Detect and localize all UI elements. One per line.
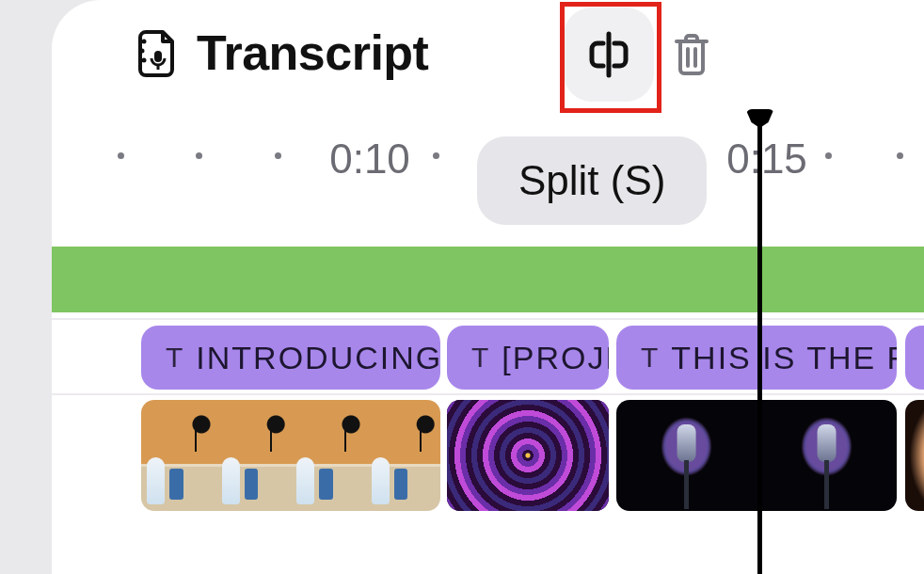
ruler-tick [118, 152, 124, 159]
text-clip[interactable]: T [905, 326, 924, 390]
ruler-tick [275, 152, 281, 159]
text-track: TINTRODUCINGT[PROJECT]TTHIS IS THE FUTUR… [52, 326, 924, 390]
ruler-time-label: 0:10 [329, 136, 410, 183]
panel-title: Transcript [197, 24, 428, 81]
delete-button[interactable] [671, 32, 712, 77]
ruler-tick [897, 152, 903, 159]
transcript-icon [136, 28, 180, 77]
trash-icon [671, 32, 712, 77]
split-icon [584, 30, 633, 79]
svg-point-4 [142, 58, 147, 63]
text-clip[interactable]: TTHIS IS THE FUTURE [616, 326, 897, 390]
video-thumbnail [757, 400, 897, 511]
audio-track[interactable] [52, 247, 924, 312]
text-clip-label: INTRODUCING [196, 340, 440, 376]
ruler-time-label: 0:15 [726, 136, 807, 183]
editor-panel: Transcript Split (S) 0:100:15 TINTRODUCI… [52, 0, 924, 574]
ruler-tick [825, 152, 832, 159]
video-thumbnail [616, 400, 757, 511]
video-thumbnail [905, 400, 924, 511]
ruler-tick [433, 152, 439, 159]
video-thumbnail [291, 400, 366, 511]
video-thumbnail [216, 400, 292, 511]
video-clip[interactable] [141, 400, 440, 511]
track-divider [52, 318, 924, 320]
text-clip-label: THIS IS THE FUTURE [671, 340, 897, 376]
text-type-icon: T [641, 342, 658, 374]
ruler-tick [196, 152, 202, 159]
video-track [52, 400, 924, 511]
svg-point-3 [140, 49, 145, 54]
time-ruler[interactable]: 0:100:15 [52, 141, 924, 179]
text-type-icon: T [166, 342, 183, 374]
video-clip[interactable] [447, 400, 609, 511]
video-clip[interactable] [616, 400, 897, 511]
text-clip[interactable]: TINTRODUCING [141, 326, 440, 390]
split-button[interactable] [564, 8, 654, 102]
video-thumbnail [141, 400, 216, 511]
text-clip[interactable]: T[PROJECT] [447, 326, 609, 390]
text-type-icon: T [471, 342, 488, 374]
video-clip[interactable] [905, 400, 924, 511]
video-thumbnail [366, 400, 441, 511]
panel-header: Transcript [136, 24, 428, 81]
text-clip-label: [PROJECT] [502, 340, 609, 376]
toolbar [564, 8, 712, 102]
video-thumbnail [447, 400, 609, 511]
svg-rect-0 [154, 51, 162, 62]
track-divider [52, 393, 924, 395]
playhead[interactable] [757, 111, 762, 574]
svg-point-2 [142, 40, 147, 44]
